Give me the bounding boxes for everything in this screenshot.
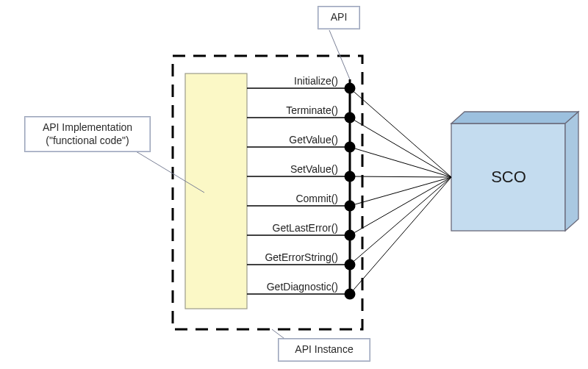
method-label: GetValue() [289,134,338,146]
method-label: GetLastError() [273,222,338,234]
api-implementation-box [185,74,247,309]
method-label: GetDiagnostic() [267,281,338,293]
port-dot [345,83,356,94]
port-dot [345,112,356,123]
diagram-svg: SCO Initialize()Terminate()GetValue()Set… [0,0,588,369]
svg-marker-2 [565,112,578,231]
port-dot [345,230,356,241]
port-dot [345,201,356,212]
port-dot [345,289,356,300]
port-dot [345,259,356,271]
method-label: GetErrorString() [265,251,338,263]
sco-connector [350,176,451,177]
sco-connector [350,177,451,294]
method-label: SetValue() [290,163,338,175]
svg-marker-1 [451,112,578,123]
sco-connector [350,88,451,177]
callout-api-instance: API Instance [278,338,370,362]
port-dot [345,171,356,182]
method-label: Initialize() [294,75,338,87]
method-label: Terminate() [286,104,338,116]
method-label: Commit() [295,193,338,204]
sco-connector [350,118,451,177]
sco-connector [350,147,451,177]
sco-connector [350,177,451,265]
callout-implementation: API Implementation ("functional code") [24,116,151,152]
sco-connector [350,177,451,206]
callout-api: API [318,6,360,29]
sco-label: SCO [491,168,526,186]
sco-connector [350,177,451,235]
port-dot [345,142,356,153]
